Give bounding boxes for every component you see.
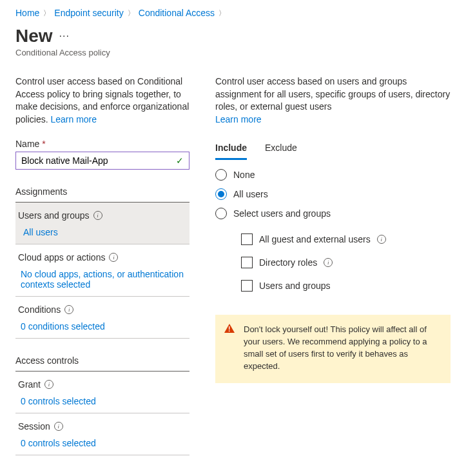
control-item-value[interactable]: 0 controls selected bbox=[18, 392, 187, 412]
include-exclude-tabs: Include Exclude bbox=[215, 139, 451, 160]
checkbox-label: Users and groups bbox=[259, 281, 331, 291]
assignment-conditions[interactable]: Conditions i 0 conditions selected bbox=[15, 297, 189, 339]
select-users-subgroup: All guest and external users i Directory… bbox=[241, 233, 451, 292]
assignment-item-title: Conditions bbox=[18, 304, 61, 315]
access-controls-header: Access controls bbox=[15, 355, 189, 372]
user-scope-radio-group: None All users Select users and groups bbox=[215, 169, 451, 219]
assignment-users-and-groups[interactable]: Users and groups i All users bbox=[15, 203, 189, 244]
checkmark-icon: ✓ bbox=[176, 155, 184, 166]
assignment-item-value[interactable]: No cloud apps, actions, or authenticatio… bbox=[18, 265, 187, 295]
info-icon[interactable]: i bbox=[93, 211, 102, 220]
warning-icon bbox=[224, 324, 235, 333]
radio-icon bbox=[215, 208, 227, 219]
right-description: Control user access based on users and g… bbox=[215, 75, 451, 126]
control-item-title: Session bbox=[18, 421, 50, 431]
name-input[interactable] bbox=[21, 155, 171, 166]
breadcrumb: Home 〉 Endpoint security 〉 Conditional A… bbox=[15, 8, 451, 18]
info-icon[interactable]: i bbox=[324, 258, 333, 267]
info-icon[interactable]: i bbox=[44, 380, 53, 389]
assignment-cloud-apps[interactable]: Cloud apps or actions i No cloud apps, a… bbox=[15, 244, 189, 297]
assignment-item-value[interactable]: All users bbox=[18, 223, 187, 243]
radio-none[interactable]: None bbox=[215, 169, 451, 181]
checkbox-icon bbox=[241, 257, 253, 268]
breadcrumb-endpoint-security[interactable]: Endpoint security bbox=[54, 8, 123, 18]
radio-label: All users bbox=[233, 189, 268, 199]
control-item-value[interactable]: 0 controls selected bbox=[18, 434, 187, 453]
check-guest-users[interactable]: All guest and external users i bbox=[241, 233, 451, 245]
tab-include[interactable]: Include bbox=[215, 139, 247, 160]
warning-banner: Don't lock yourself out! This policy wil… bbox=[215, 315, 451, 382]
learn-more-right[interactable]: Learn more bbox=[215, 114, 262, 124]
breadcrumb-conditional-access[interactable]: Conditional Access bbox=[139, 8, 215, 18]
more-actions-button[interactable]: ··· bbox=[59, 30, 70, 42]
checkbox-icon bbox=[241, 280, 253, 292]
name-input-wrapper[interactable]: ✓ bbox=[15, 152, 189, 170]
radio-all-users[interactable]: All users bbox=[215, 188, 451, 200]
radio-icon bbox=[215, 188, 227, 200]
radio-label: None bbox=[233, 170, 255, 180]
check-users-groups[interactable]: Users and groups bbox=[241, 280, 451, 292]
tab-exclude[interactable]: Exclude bbox=[265, 139, 297, 160]
chevron-right-icon: 〉 bbox=[43, 8, 50, 18]
info-icon[interactable]: i bbox=[109, 253, 118, 262]
assignment-item-title: Users and groups bbox=[18, 210, 90, 221]
name-label: Name * bbox=[15, 139, 189, 149]
assignment-item-title: Cloud apps or actions bbox=[18, 252, 105, 263]
left-description: Control user access based on Conditional… bbox=[15, 75, 189, 126]
radio-select-users[interactable]: Select users and groups bbox=[215, 208, 451, 219]
checkbox-icon bbox=[241, 233, 253, 245]
chevron-right-icon: 〉 bbox=[128, 8, 135, 18]
radio-icon bbox=[215, 169, 227, 181]
learn-more-left[interactable]: Learn more bbox=[50, 114, 97, 124]
chevron-right-icon: 〉 bbox=[218, 8, 226, 18]
check-directory-roles[interactable]: Directory roles i bbox=[241, 257, 451, 268]
assignments-header: Assignments bbox=[15, 186, 189, 203]
control-session[interactable]: Session i 0 controls selected bbox=[15, 413, 189, 455]
info-icon[interactable]: i bbox=[377, 235, 386, 244]
page-title: New bbox=[15, 26, 53, 46]
warning-text: Don't lock yourself out! This policy wil… bbox=[244, 324, 427, 371]
control-grant[interactable]: Grant i 0 controls selected bbox=[15, 372, 189, 413]
assignment-item-value[interactable]: 0 conditions selected bbox=[18, 317, 187, 337]
radio-label: Select users and groups bbox=[233, 208, 331, 219]
breadcrumb-home[interactable]: Home bbox=[15, 8, 39, 18]
control-item-title: Grant bbox=[18, 379, 41, 390]
info-icon[interactable]: i bbox=[54, 422, 63, 431]
info-icon[interactable]: i bbox=[64, 305, 73, 314]
checkbox-label: All guest and external users bbox=[259, 234, 371, 244]
checkbox-label: Directory roles bbox=[259, 257, 317, 268]
page-subtitle: Conditional Access policy bbox=[15, 48, 451, 57]
